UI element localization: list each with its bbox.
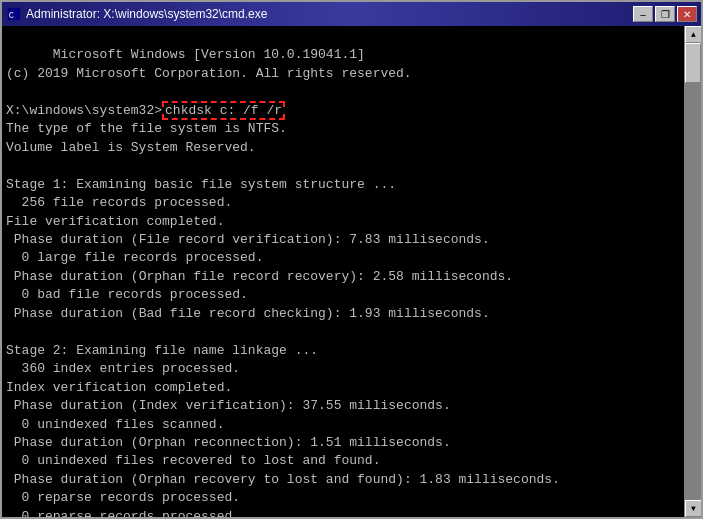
line-20: 0 unindexed files recovered to lost and …: [6, 453, 380, 468]
scrollbar[interactable]: ▲ ▼: [684, 26, 701, 517]
line-8: File verification completed.: [6, 214, 224, 229]
scroll-up-button[interactable]: ▲: [685, 26, 701, 43]
line-11: Phase duration (Orphan file record recov…: [6, 269, 513, 284]
scroll-track[interactable]: [685, 43, 701, 500]
line-6: Stage 1: Examining basic file system str…: [6, 177, 396, 192]
title-bar: C Administrator: X:\windows\system32\cmd…: [2, 2, 701, 26]
line-16: Index verification completed.: [6, 380, 232, 395]
line-18: 0 unindexed files scanned.: [6, 417, 224, 432]
command-highlight: chkdsk c: /f /r: [162, 101, 285, 120]
line-14: Stage 2: Examining file name linkage ...: [6, 343, 318, 358]
minimize-button[interactable]: –: [633, 6, 653, 22]
svg-text:C: C: [9, 11, 14, 21]
window-icon: C: [6, 6, 22, 22]
line-9: Phase duration (File record verification…: [6, 232, 490, 247]
line-5: Volume label is System Reserved.: [6, 140, 256, 155]
line-19: Phase duration (Orphan reconnection): 1.…: [6, 435, 451, 450]
scroll-thumb[interactable]: [685, 43, 701, 83]
window-controls: – ❐ ✕: [633, 6, 697, 22]
line-22: 0 reparse records processed.: [6, 490, 240, 505]
close-button[interactable]: ✕: [677, 6, 697, 22]
prompt: X:\windows\system32>: [6, 103, 162, 118]
line-12: 0 bad file records processed.: [6, 287, 248, 302]
line-13: Phase duration (Bad file record checking…: [6, 306, 490, 321]
line-1: Microsoft Windows [Version 10.0.19041.1]: [53, 47, 365, 62]
console-output[interactable]: Microsoft Windows [Version 10.0.19041.1]…: [2, 26, 684, 517]
line-2: (c) 2019 Microsoft Corporation. All righ…: [6, 66, 412, 81]
line-4: The type of the file system is NTFS.: [6, 121, 287, 136]
restore-button[interactable]: ❐: [655, 6, 675, 22]
line-10: 0 large file records processed.: [6, 250, 263, 265]
cmd-window: C Administrator: X:\windows\system32\cmd…: [0, 0, 703, 519]
console-area: Microsoft Windows [Version 10.0.19041.1]…: [2, 26, 701, 517]
line-17: Phase duration (Index verification): 37.…: [6, 398, 451, 413]
line-7: 256 file records processed.: [6, 195, 232, 210]
scroll-down-button[interactable]: ▼: [685, 500, 701, 517]
line-21: Phase duration (Orphan recovery to lost …: [6, 472, 560, 487]
window-title: Administrator: X:\windows\system32\cmd.e…: [26, 7, 633, 21]
line-15: 360 index entries processed.: [6, 361, 240, 376]
prompt-line: X:\windows\system32>chkdsk c: /f /r: [6, 101, 285, 120]
line-23: 0 reparse records processed.: [6, 509, 240, 517]
